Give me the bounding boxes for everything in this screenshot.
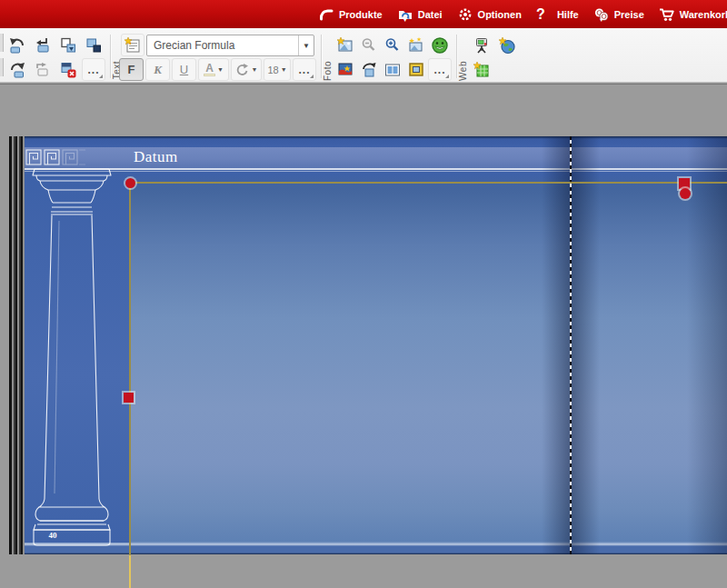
- menu-label: Warenkorb: [680, 9, 727, 20]
- font-size-value: 18: [267, 65, 278, 75]
- selection-guide-left-extension: [129, 555, 131, 588]
- question-icon: ?: [536, 6, 553, 23]
- duplicate-button[interactable]: [31, 58, 55, 81]
- card-title-banner: [25, 147, 727, 168]
- menu-label: Optionen: [478, 9, 522, 20]
- chevron-down-icon: ▼: [281, 66, 287, 73]
- chevron-down-icon[interactable]: ▼: [298, 35, 314, 55]
- add-photo-button[interactable]: [334, 34, 357, 56]
- menu-label: Hilfe: [557, 9, 579, 20]
- chevron-down-icon: ▼: [252, 66, 258, 73]
- menu-item-produkte[interactable]: Produkte: [318, 0, 383, 28]
- selection-guide-left: [129, 183, 131, 588]
- zoom-in-photo-button[interactable]: [381, 34, 404, 56]
- chevron-down-icon: ▼: [217, 66, 224, 73]
- menu-item-preise[interactable]: ▼ Preise: [593, 0, 644, 28]
- selection-handle-rotate[interactable]: [680, 188, 691, 199]
- menu-item-warenkorb[interactable]: Warenkorb: [659, 0, 727, 28]
- photo-color-button[interactable]: [334, 58, 357, 81]
- pipe-icon: [318, 6, 334, 23]
- greek-column-illustration: [28, 166, 115, 548]
- font-list-button[interactable]: [121, 34, 144, 56]
- menu-label: Produkte: [339, 9, 383, 20]
- gear-icon: [457, 6, 473, 23]
- menubar: Produkte ▼ Datei Optionen ? Hilfe ▼ Prei…: [0, 0, 727, 28]
- rotate-text-button[interactable]: ▼: [231, 58, 262, 81]
- page-number-text: 40: [39, 531, 66, 540]
- font-color-letter: A: [204, 64, 215, 76]
- smiley-button[interactable]: [428, 34, 452, 56]
- undo-button[interactable]: [5, 34, 29, 56]
- web-group-label: Web: [458, 61, 468, 81]
- delete-object-button[interactable]: [56, 58, 80, 81]
- send-backward-button[interactable]: [82, 34, 105, 56]
- bring-forward-button[interactable]: [56, 34, 80, 56]
- menu-item-datei[interactable]: ▼ Datei: [397, 0, 443, 28]
- menu-label: Preise: [614, 9, 644, 20]
- banner-divider-line: [25, 171, 727, 172]
- font-size-dropdown[interactable]: 18 ▼: [264, 58, 291, 81]
- folder-icon: ▼: [397, 6, 413, 23]
- corner-expand-icon: [99, 75, 103, 78]
- move-to-layer-button[interactable]: [31, 34, 55, 56]
- menu-item-optionen[interactable]: Optionen: [457, 0, 522, 28]
- object-more-button[interactable]: ...: [82, 58, 105, 81]
- selection-handle-top-left[interactable]: [125, 178, 135, 188]
- font-family-combobox[interactable]: Grecian Formula ▼: [146, 35, 314, 56]
- bold-button[interactable]: F: [119, 58, 144, 81]
- chevron-down-icon: ▼: [599, 17, 604, 23]
- font-family-value: Grecian Formula: [147, 39, 298, 52]
- cart-icon: [659, 6, 675, 23]
- clipped-button-edge: [0, 34, 4, 52]
- toolbar-separator: [321, 35, 322, 78]
- clipped-button-edge: [0, 58, 4, 76]
- split-view-button[interactable]: [381, 58, 404, 81]
- fold-dashed-line: [570, 136, 572, 554]
- menu-item-hilfe[interactable]: ? Hilfe: [536, 0, 579, 28]
- toolbar-separator: [456, 35, 457, 78]
- banner-divider-line: [25, 168, 727, 170]
- photo-effects-button[interactable]: [404, 34, 428, 56]
- greek-key-ornament: [25, 149, 85, 166]
- corner-expand-icon: [310, 75, 314, 78]
- zoom-out-photo-button[interactable]: [357, 34, 381, 56]
- presentation-button[interactable]: [470, 34, 493, 56]
- selection-handle-middle-left[interactable]: [124, 393, 134, 403]
- web-grid-button[interactable]: [470, 58, 493, 81]
- app-window: Produkte ▼ Datei Optionen ? Hilfe ▼ Prei…: [0, 0, 727, 588]
- card-page[interactable]: Datum 40: [9, 136, 727, 554]
- selection-guide-top: [130, 182, 727, 184]
- text-more-button[interactable]: ...: [293, 58, 316, 81]
- italic-button[interactable]: K: [145, 58, 170, 81]
- toolbar-separator: [110, 35, 111, 78]
- right-edge-shadow: [687, 136, 727, 554]
- font-color-button[interactable]: A ▼: [198, 58, 229, 81]
- card-spine: [9, 136, 25, 554]
- photo-more-button[interactable]: ...: [428, 58, 452, 81]
- menu-label: Datei: [418, 9, 443, 20]
- banner-title-text[interactable]: Datum: [134, 148, 178, 166]
- photo-frame-button[interactable]: [404, 58, 428, 81]
- coins-icon: ▼: [593, 6, 610, 23]
- redo-button[interactable]: [5, 58, 29, 81]
- photo-group-label: Foto: [323, 61, 333, 81]
- underline-button[interactable]: U: [172, 58, 196, 81]
- web-globe-button[interactable]: [495, 34, 519, 56]
- rotate-photo-button[interactable]: [357, 58, 381, 81]
- chevron-down-icon: ▼: [403, 17, 408, 23]
- toolbar: ... Text Grecian Formula ▼ F K U A ▼ ▼: [0, 28, 727, 83]
- corner-expand-icon: [445, 75, 449, 78]
